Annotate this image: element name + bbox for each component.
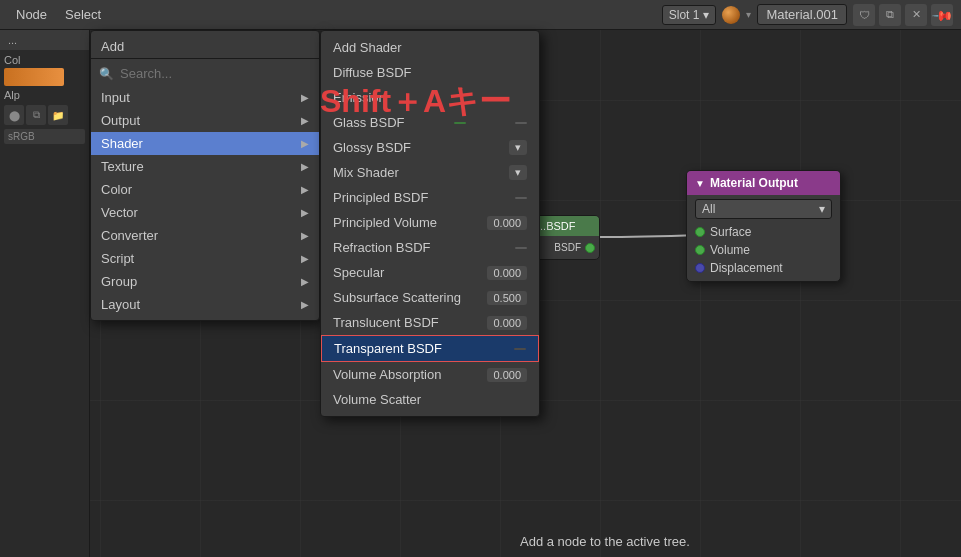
add-menu-dropdown: Add 🔍 Input ▶ Output ▶ Shader ▶ Texture … <box>90 30 320 321</box>
material-name-field[interactable]: Material.001 <box>757 4 847 25</box>
select-menu[interactable]: Select <box>57 4 109 25</box>
menu-cat-texture-label: Texture <box>101 159 144 174</box>
menu-cat-color-label: Color <box>101 182 132 197</box>
bsdf-node: ...BSDF BSDF <box>530 215 600 260</box>
bsdf-node-title: ...BSDF <box>537 220 576 232</box>
material-output-node-header: ▼ Material Output <box>687 171 840 195</box>
alp-label: Alp <box>4 89 85 101</box>
shader-add-shader-label: Add Shader <box>333 40 402 55</box>
shader-pbsdf-white <box>515 197 527 199</box>
shader-transp-value <box>514 348 526 350</box>
menu-cat-vector-arrow: ▶ <box>301 207 309 218</box>
shader-mix-shader-label: Mix Shader <box>333 165 399 180</box>
menu-cat-texture[interactable]: Texture ▶ <box>91 155 319 178</box>
material-output-dropdown[interactable]: All ▾ <box>695 199 832 219</box>
shader-transparent-bsdf[interactable]: Transparent BSDF <box>321 335 539 362</box>
menu-cat-script-arrow: ▶ <box>301 253 309 264</box>
shader-principled-volume[interactable]: Principled Volume 0.000 <box>321 210 539 235</box>
menu-cat-converter[interactable]: Converter ▶ <box>91 224 319 247</box>
socket-volume[interactable] <box>695 245 705 255</box>
bsdf-node-header: ...BSDF <box>531 216 599 236</box>
socket-surface-label: Surface <box>710 225 751 239</box>
socket-displacement[interactable] <box>695 263 705 273</box>
menu-bar: Node Select <box>8 4 109 25</box>
menu-cat-output[interactable]: Output ▶ <box>91 109 319 132</box>
shader-volab-value: 0.000 <box>487 368 527 382</box>
copy-small-icon[interactable]: ⧉ <box>26 105 46 125</box>
shader-glossy-bsdf[interactable]: Glossy BSDF ▾ <box>321 135 539 160</box>
search-input[interactable] <box>120 66 311 81</box>
close-icon[interactable]: ✕ <box>905 4 927 26</box>
shader-translucent-bsdf[interactable]: Translucent BSDF 0.000 <box>321 310 539 335</box>
menu-cat-script[interactable]: Script ▶ <box>91 247 319 270</box>
shader-refraction-bsdf[interactable]: Refraction BSDF <box>321 235 539 260</box>
material-output-dropdown-value: All <box>702 202 715 216</box>
shield-icon[interactable]: 🛡 <box>853 4 875 26</box>
menu-cat-shader-label: Shader <box>101 136 143 151</box>
menu-cat-group-arrow: ▶ <box>301 276 309 287</box>
folder-small-icon[interactable]: 📁 <box>48 105 68 125</box>
shader-glass-white <box>515 122 527 124</box>
material-output-node: ▼ Material Output All ▾ Surface Volume D… <box>686 170 841 282</box>
shader-mix-shader[interactable]: Mix Shader ▾ <box>321 160 539 185</box>
left-panel-header: ... <box>0 30 89 50</box>
shader-principled-bsdf[interactable]: Principled BSDF <box>321 185 539 210</box>
left-panel-section: Col Alp ⬤ ⧉ 📁 sRGB <box>0 50 89 148</box>
slot-selector[interactable]: Slot 1 ▾ <box>662 5 717 25</box>
shader-volume-absorption[interactable]: Volume Absorption 0.000 <box>321 362 539 387</box>
menu-cat-layout-label: Layout <box>101 297 140 312</box>
shader-diffuse-bsdf-label: Diffuse BSDF <box>333 65 412 80</box>
node-menu[interactable]: Node <box>8 4 55 25</box>
copy-icon[interactable]: ⧉ <box>879 4 901 26</box>
slot-label: Slot 1 <box>669 8 700 22</box>
menu-cat-vector-label: Vector <box>101 205 138 220</box>
search-row: 🔍 <box>91 63 319 84</box>
shader-spec-value: 0.000 <box>487 266 527 280</box>
tooltip-text: Add a node to the active tree. <box>520 534 690 549</box>
menu-cat-group-label: Group <box>101 274 137 289</box>
shader-principled-bsdf-label: Principled BSDF <box>333 190 428 205</box>
srgb-badge: sRGB <box>4 129 85 144</box>
menu-cat-input-arrow: ▶ <box>301 92 309 103</box>
pin-icon[interactable]: 📌 <box>931 4 953 26</box>
add-menu-header: Add <box>91 35 319 59</box>
menu-cat-vector[interactable]: Vector ▶ <box>91 201 319 224</box>
socket-displacement-row: Displacement <box>695 259 832 277</box>
socket-surface[interactable] <box>695 227 705 237</box>
node-collapse-triangle[interactable]: ▼ <box>695 178 705 189</box>
small-icons: ⬤ ⧉ 📁 <box>4 105 85 125</box>
shader-volume-scatter[interactable]: Volume Scatter <box>321 387 539 412</box>
menu-cat-input[interactable]: Input ▶ <box>91 86 319 109</box>
material-dropdown-arrow: ▾ <box>746 9 751 20</box>
header-text: ... <box>8 34 17 46</box>
sphere-small-icon[interactable]: ⬤ <box>4 105 24 125</box>
menu-cat-shader[interactable]: Shader ▶ <box>91 132 319 155</box>
menu-cat-color[interactable]: Color ▶ <box>91 178 319 201</box>
bsdf-socket-row: BSDF <box>535 240 595 255</box>
shader-refraction-bsdf-label: Refraction BSDF <box>333 240 431 255</box>
bsdf-socket-label: BSDF <box>554 242 581 253</box>
shader-subsurface-scattering[interactable]: Subsurface Scattering 0.500 <box>321 285 539 310</box>
menu-cat-layout-arrow: ▶ <box>301 299 309 310</box>
shader-mix-dropdown: ▾ <box>509 165 527 180</box>
menu-cat-layout[interactable]: Layout ▶ <box>91 293 319 316</box>
menu-cat-group[interactable]: Group ▶ <box>91 270 319 293</box>
slot-dropdown-arrow: ▾ <box>703 8 709 22</box>
shader-specular-label: Specular <box>333 265 384 280</box>
socket-volume-row: Volume <box>695 241 832 259</box>
shader-pvol-value: 0.000 <box>487 216 527 230</box>
socket-displacement-label: Displacement <box>710 261 783 275</box>
menu-cat-script-label: Script <box>101 251 134 266</box>
shader-add-shader[interactable]: Add Shader <box>321 35 539 60</box>
material-output-title: Material Output <box>710 176 798 190</box>
material-sphere-icon <box>722 6 740 24</box>
shader-transparent-label: Transparent BSDF <box>334 341 442 356</box>
menu-cat-converter-arrow: ▶ <box>301 230 309 241</box>
shader-volsc-label: Volume Scatter <box>333 392 421 407</box>
bsdf-output-socket[interactable] <box>585 243 595 253</box>
color-swatch[interactable] <box>4 68 64 86</box>
bsdf-node-body: BSDF <box>531 236 599 259</box>
material-output-body: All ▾ Surface Volume Displacement <box>687 195 840 281</box>
search-icon: 🔍 <box>99 67 114 81</box>
shader-specular[interactable]: Specular 0.000 <box>321 260 539 285</box>
